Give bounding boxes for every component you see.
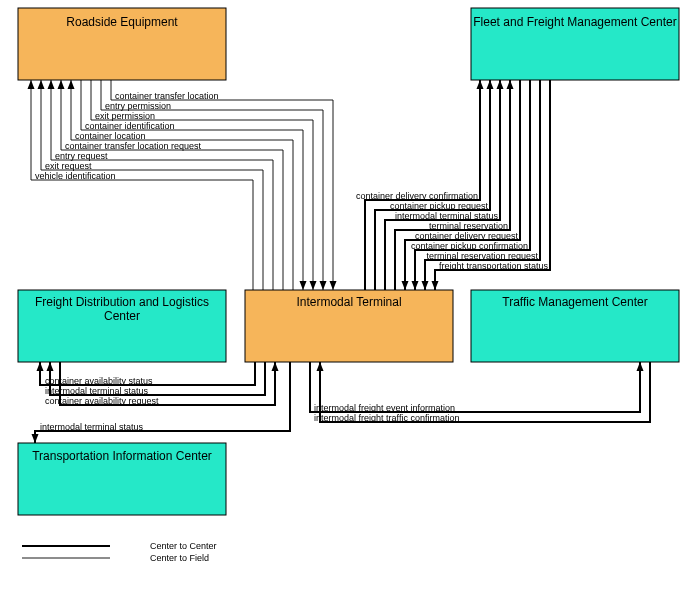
flow-label: container identification — [85, 121, 175, 131]
node-freight-label-2: Center — [104, 309, 140, 323]
flow-label: terminal reservation request — [426, 251, 538, 261]
flow-label: intermodal terminal status — [45, 386, 149, 396]
node-transport-label: Transportation Information Center — [32, 449, 212, 463]
flow-label: container pickup request — [390, 201, 489, 211]
flow-label: exit request — [45, 161, 92, 171]
flow-label: container pickup confirmation — [411, 241, 528, 251]
node-traffic-label: Traffic Management Center — [502, 295, 647, 309]
flow-label: container delivery confirmation — [356, 191, 478, 201]
flow-label: freight transportation status — [439, 261, 549, 271]
flow-label: container transfer location request — [65, 141, 202, 151]
legend-center-label: Center to Center — [150, 541, 217, 551]
flow-label: container location — [75, 131, 146, 141]
flow-label: entry permission — [105, 101, 171, 111]
node-roadside-label: Roadside Equipment — [66, 15, 178, 29]
node-fleet-label: Fleet and Freight Management Center — [473, 15, 676, 29]
flow-label: exit permission — [95, 111, 155, 121]
node-intermodal-label: Intermodal Terminal — [296, 295, 401, 309]
flow-label: container transfer location — [115, 91, 219, 101]
flow-label: container availability request — [45, 396, 159, 406]
flow-label: intermodal freight traffic confirmation — [314, 413, 459, 423]
node-freight-label-1: Freight Distribution and Logistics — [35, 295, 209, 309]
flow-label: intermodal terminal status — [395, 211, 499, 221]
flow-label: intermodal terminal status — [40, 422, 144, 432]
architecture-diagram: Roadside Equipment Fleet and Freight Man… — [0, 0, 689, 590]
flow-label: container delivery request — [415, 231, 519, 241]
flow-label: entry request — [55, 151, 108, 161]
flow-label: intermodal freight event information — [314, 403, 455, 413]
flow-label: container availability status — [45, 376, 153, 386]
flow-label: vehicle identification — [35, 171, 116, 181]
flow-label: terminal reservation — [429, 221, 508, 231]
flow-line — [51, 80, 273, 290]
legend-field-label: Center to Field — [150, 553, 209, 563]
